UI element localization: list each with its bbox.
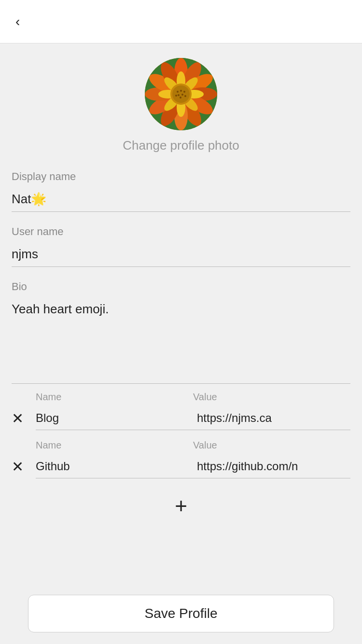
extra-link-row-0: ✕ <box>12 406 350 430</box>
name-col-label-1: Name <box>36 390 193 405</box>
svg-point-24 <box>180 90 182 92</box>
plus-icon: + <box>175 494 187 518</box>
svg-point-29 <box>175 95 177 97</box>
svg-point-28 <box>180 97 181 98</box>
x-icon-0: ✕ <box>12 411 24 426</box>
username-section: User name <box>12 225 350 267</box>
extra-link-row-1: ✕ <box>12 455 350 478</box>
save-btn-container: Save Profile <box>0 587 362 644</box>
remove-link-1-button[interactable]: ✕ <box>12 460 36 474</box>
svg-point-25 <box>183 91 185 93</box>
svg-point-30 <box>184 95 186 97</box>
link-value-0-input[interactable] <box>193 406 350 430</box>
svg-point-22 <box>172 85 190 103</box>
extra-links-header-2: Name Value <box>12 438 350 453</box>
bio-section: Bio Yeah heart emoji. <box>12 280 350 386</box>
svg-point-26 <box>178 94 180 96</box>
back-button[interactable]: ‹ <box>12 11 24 32</box>
bio-input[interactable]: Yeah heart emoji. <box>12 297 350 384</box>
display-name-label: Display name <box>12 170 350 183</box>
link-name-0-input[interactable] <box>36 406 193 430</box>
value-col-label-1: Value <box>193 390 350 405</box>
extra-links-header-1: Name Value <box>12 390 350 405</box>
svg-point-27 <box>181 94 183 96</box>
username-label: User name <box>12 225 350 238</box>
change-photo-text[interactable]: Change profile photo <box>123 138 239 153</box>
avatar-section: Change profile photo <box>12 58 350 153</box>
add-link-button[interactable]: + <box>12 486 350 526</box>
link-name-1-input[interactable] <box>36 455 193 478</box>
main-content: Change profile photo Display name User n… <box>0 43 362 603</box>
save-profile-button[interactable]: Save Profile <box>28 595 334 632</box>
top-nav-bar: ‹ <box>0 0 362 43</box>
name-col-label-2: Name <box>36 438 193 453</box>
link-value-1-input[interactable] <box>193 455 350 478</box>
display-name-input[interactable] <box>12 187 350 212</box>
value-col-label-2: Value <box>193 438 350 453</box>
display-name-section: Display name <box>12 170 350 212</box>
extra-links-section: Name Value ✕ Name Value ✕ + <box>12 390 350 526</box>
remove-link-0-button[interactable]: ✕ <box>12 411 36 426</box>
x-icon-1: ✕ <box>12 460 24 474</box>
svg-point-23 <box>177 91 179 93</box>
avatar[interactable] <box>145 58 217 130</box>
username-input[interactable] <box>12 242 350 267</box>
bio-label: Bio <box>12 280 350 293</box>
